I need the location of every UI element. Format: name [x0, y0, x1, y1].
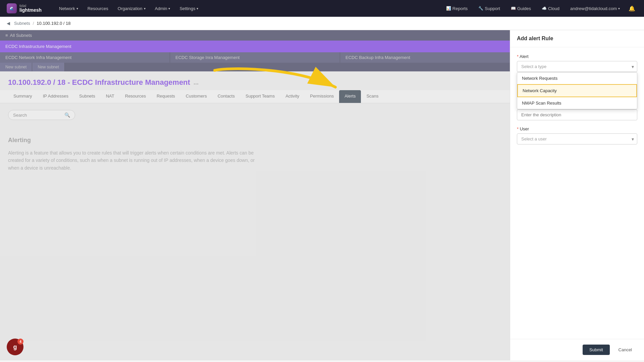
chevron-down-icon: ▾ — [197, 7, 198, 10]
tab-resources[interactable]: Resources — [120, 90, 151, 103]
tab-ip-addresses[interactable]: IP Addresses — [38, 90, 74, 103]
alert-label: Alert — [517, 54, 637, 59]
right-panel: Add alert Rule Alert Select a type Netwo… — [510, 30, 644, 360]
description-input[interactable] — [517, 109, 637, 120]
search-box: 🔍 — [8, 110, 75, 120]
tab-alerts[interactable]: Alerts — [339, 90, 361, 103]
nav-reports[interactable]: 📊 Reports — [442, 4, 472, 13]
subnet-child-1[interactable]: ECDC Network Infra Management — [0, 52, 170, 63]
logo[interactable]: 🌊 tidal lightmesh — [7, 3, 47, 13]
alerting-content: Alerting Alerting is a feature that allo… — [0, 123, 510, 180]
user-select[interactable]: Select a user — [517, 133, 637, 144]
top-navigation: 🌊 tidal lightmesh Network ▾ Resources Or… — [0, 0, 644, 17]
subnet-main-item[interactable]: ECDC Infrastructure Management — [0, 41, 510, 52]
new-subnet-1[interactable]: New subnet — [0, 63, 32, 71]
left-content: ≡ All Subnets ECDC Infrastructure Manage… — [0, 30, 510, 360]
alerting-title: Alerting — [8, 137, 502, 144]
nav-settings[interactable]: Settings ▾ — [175, 4, 202, 13]
tab-summary[interactable]: Summary — [8, 90, 38, 103]
subnet-tree: ≡ All Subnets ECDC Infrastructure Manage… — [0, 30, 510, 71]
nav-right: 📊 Reports 🔧 Support 📖 Guides ☁️ Cloud an… — [442, 3, 637, 14]
nav-guides[interactable]: 📖 Guides — [507, 4, 535, 13]
logo-text: tidal lightmesh — [19, 4, 42, 13]
tab-subnets[interactable]: Subnets — [74, 90, 101, 103]
breadcrumb-current: 10.100.192.0 / 18 — [37, 21, 70, 26]
search-icon: 🔍 — [64, 112, 70, 118]
breadcrumb-separator: / — [33, 21, 34, 26]
search-area: 🔍 — [0, 103, 510, 123]
new-subnet-2[interactable]: New subnet — [32, 63, 64, 71]
tab-support-teams[interactable]: Support Teams — [240, 90, 280, 103]
tab-requests[interactable]: Requests — [151, 90, 180, 103]
nav-network[interactable]: Network ▾ — [55, 4, 82, 13]
list-icon: ≡ — [5, 33, 8, 38]
alert-select-wrapper: Select a type — [517, 61, 637, 72]
alert-select[interactable]: Select a type — [517, 61, 637, 72]
alert-dropdown-menu: Network Requests Network Capacity NMAP S… — [517, 72, 637, 109]
chevron-down-icon: ▾ — [144, 7, 146, 10]
page-title: 10.100.192.0 / 18 - ECDC Infrastructure … — [8, 78, 502, 87]
breadcrumb-back[interactable]: ◀ — [7, 21, 10, 26]
nav-items: Network ▾ Resources Organization ▾ Admin… — [55, 4, 434, 13]
all-subnets-link[interactable]: ≡ All Subnets — [0, 30, 510, 41]
cancel-button[interactable]: Cancel — [613, 345, 637, 355]
notification-badge: 4 — [17, 339, 23, 345]
chevron-down-icon: ▾ — [76, 7, 78, 10]
subnet-child-rows: ECDC Network Infra Management ECDC Stora… — [0, 52, 510, 63]
submit-button[interactable]: Submit — [583, 345, 609, 355]
subnet-child-3[interactable]: ECDC Backup Infra Management — [340, 52, 510, 63]
chevron-down-icon: ▾ — [618, 7, 620, 10]
form-actions: Submit Cancel — [510, 339, 644, 360]
user-field-group: User Select a user — [517, 126, 637, 144]
dropdown-item-network-capacity[interactable]: Network Capacity — [517, 84, 637, 97]
nav-cloud[interactable]: ☁️ Cloud — [538, 4, 564, 13]
breadcrumb-subnets-link[interactable]: Subnets — [14, 21, 30, 26]
tab-permissions[interactable]: Permissions — [305, 90, 339, 103]
right-panel-body: Alert Select a type Network Requests Net… — [510, 47, 644, 339]
user-label: User — [517, 126, 637, 131]
user-select-wrapper: Select a user — [517, 133, 637, 144]
nav-organization[interactable]: Organization ▾ — [114, 4, 150, 13]
notifications-icon[interactable]: 🔔 — [627, 3, 637, 14]
right-panel-title: Add alert Rule — [510, 30, 644, 47]
nav-admin[interactable]: Admin ▾ — [151, 4, 174, 13]
tab-activity[interactable]: Activity — [280, 90, 305, 103]
more-options-button[interactable]: ... — [194, 79, 199, 86]
tab-scans[interactable]: Scans — [361, 90, 384, 103]
avatar-badge[interactable]: g 4 — [7, 339, 23, 355]
logo-icon: 🌊 — [7, 3, 17, 13]
dropdown-item-network-requests[interactable]: Network Requests — [517, 72, 637, 84]
page-title-area: 10.100.192.0 / 18 - ECDC Infrastructure … — [0, 71, 510, 90]
tabs-bar: Summary IP Addresses Subnets NAT Resourc… — [0, 90, 510, 103]
tab-nat[interactable]: NAT — [101, 90, 120, 103]
main-layout: ≡ All Subnets ECDC Infrastructure Manage… — [0, 30, 644, 360]
breadcrumb: ◀ Subnets / 10.100.192.0 / 18 — [0, 17, 644, 30]
alerting-description: Alerting is a feature that allows you to… — [8, 149, 263, 172]
nav-resources[interactable]: Resources — [84, 4, 112, 13]
chevron-down-icon: ▾ — [168, 7, 170, 10]
nav-support[interactable]: 🔧 Support — [474, 4, 504, 13]
subnet-leaf-rows: New subnet New subnet — [0, 63, 510, 71]
tab-contacts[interactable]: Contacts — [212, 90, 240, 103]
nav-user[interactable]: andrew@tidalcloud.com ▾ — [566, 4, 624, 13]
tab-customers[interactable]: Customers — [180, 90, 212, 103]
alert-field-group: Alert Select a type Network Requests Net… — [517, 54, 637, 72]
subnet-child-2[interactable]: ECDC Storage Inra Management — [170, 52, 340, 63]
dropdown-item-nmap-scan[interactable]: NMAP Scan Results — [517, 97, 637, 109]
search-input[interactable] — [13, 113, 64, 118]
